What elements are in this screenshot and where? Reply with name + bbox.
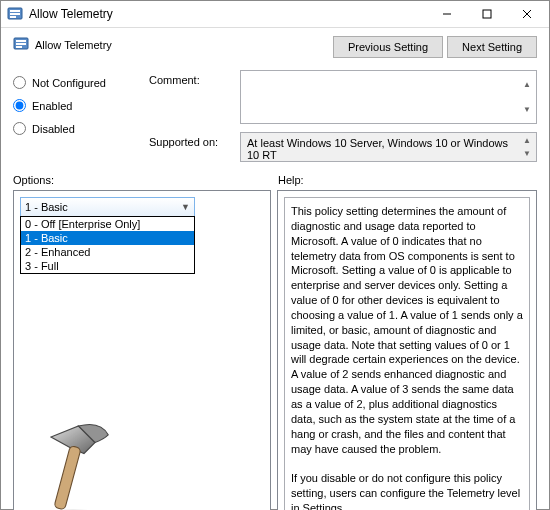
select-value: 1 - Basic: [25, 201, 68, 213]
policy-icon: [13, 36, 29, 54]
svg-rect-2: [10, 13, 20, 15]
supported-field: At least Windows 10 Server, Windows 10 o…: [240, 132, 537, 162]
help-text[interactable]: This policy setting determines the amoun…: [284, 197, 530, 510]
radio-disabled[interactable]: Disabled: [13, 122, 143, 135]
comment-field[interactable]: ▲ ▼: [240, 70, 537, 124]
window-buttons: [427, 1, 547, 27]
select-option[interactable]: 0 - Off [Enterprise Only]: [21, 217, 194, 231]
select-dropdown: 0 - Off [Enterprise Only]1 - Basic2 - En…: [20, 216, 195, 274]
scroll-down-icon[interactable]: ▼: [519, 97, 535, 122]
titlebar: Allow Telemetry: [1, 1, 549, 28]
header-row: Allow Telemetry Previous Setting Next Se…: [13, 36, 537, 58]
svg-rect-10: [16, 43, 26, 45]
comment-scroll: ▲ ▼: [519, 72, 535, 122]
window-title: Allow Telemetry: [29, 7, 427, 21]
options-label: Options:: [13, 174, 278, 186]
options-panel: 1 - Basic ▼ 0 - Off [Enterprise Only]1 -…: [13, 190, 271, 510]
radio-enabled[interactable]: Enabled: [13, 99, 143, 112]
svg-rect-3: [10, 16, 16, 18]
minimize-button[interactable]: [427, 1, 467, 27]
scroll-down-icon[interactable]: ▼: [519, 147, 535, 160]
select-display[interactable]: 1 - Basic ▼: [20, 197, 195, 217]
supported-label: Supported on:: [149, 132, 234, 162]
maximize-button[interactable]: [467, 1, 507, 27]
help-label: Help:: [278, 174, 304, 186]
svg-rect-13: [54, 445, 81, 509]
state-radio-group: Not Configured Enabled Disabled: [13, 70, 143, 162]
svg-rect-1: [10, 10, 20, 12]
chevron-down-icon: ▼: [181, 202, 190, 212]
select-option[interactable]: 3 - Full: [21, 259, 194, 273]
next-setting-button[interactable]: Next Setting: [447, 36, 537, 58]
supported-scroll: ▲ ▼: [519, 134, 535, 160]
content: Allow Telemetry Previous Setting Next Se…: [1, 28, 549, 510]
nav-buttons: Previous Setting Next Setting: [333, 36, 537, 58]
svg-rect-5: [483, 10, 491, 18]
policy-dialog: Allow Telemetry Allow Telemetry Previous…: [0, 0, 550, 510]
svg-rect-9: [16, 40, 26, 42]
help-panel: This policy setting determines the amoun…: [277, 190, 537, 510]
hammer-icon: [18, 415, 128, 510]
svg-rect-11: [16, 46, 22, 48]
header-label: Allow Telemetry: [13, 36, 333, 54]
scroll-up-icon[interactable]: ▲: [519, 72, 535, 97]
panels: 1 - Basic ▼ 0 - Off [Enterprise Only]1 -…: [13, 190, 537, 510]
radio-not-configured[interactable]: Not Configured: [13, 76, 143, 89]
previous-setting-button[interactable]: Previous Setting: [333, 36, 443, 58]
close-button[interactable]: [507, 1, 547, 27]
section-labels: Options: Help:: [13, 174, 537, 186]
form-area: Not Configured Enabled Disabled Comment:…: [13, 70, 537, 162]
telemetry-select[interactable]: 1 - Basic ▼ 0 - Off [Enterprise Only]1 -…: [20, 197, 264, 217]
select-option[interactable]: 1 - Basic: [21, 231, 194, 245]
scroll-up-icon[interactable]: ▲: [519, 134, 535, 147]
comment-label: Comment:: [149, 70, 234, 124]
select-option[interactable]: 2 - Enhanced: [21, 245, 194, 259]
policy-icon: [7, 6, 23, 22]
policy-name: Allow Telemetry: [35, 39, 112, 51]
